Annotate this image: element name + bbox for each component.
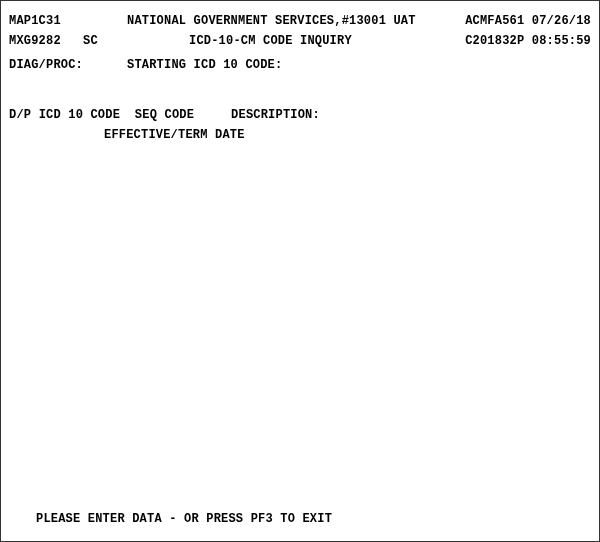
starting-code-label[interactable]: STARTING ICD 10 CODE:: [127, 55, 282, 75]
column-headers-2: EFFECTIVE/TERM DATE: [9, 125, 591, 145]
header-row-2: MXG9282 SC ICD-10-CM CODE INQUIRY C20183…: [9, 31, 591, 51]
organization-text: NATIONAL GOVERNMENT SERVICES,#13001 UAT: [127, 11, 443, 31]
col-icd10: ICD 10 CODE: [39, 108, 120, 122]
screen-title: ICD-10-CM CODE INQUIRY: [189, 31, 413, 51]
header-time: 08:55:59: [532, 34, 591, 48]
transaction-id: MXG9282: [9, 34, 61, 48]
col-seq: SEQ: [135, 108, 157, 122]
footer-message: PLEASE ENTER DATA - OR PRESS PF3 TO EXIT: [36, 509, 332, 529]
column-header-text: D/P ICD 10 CODE SEQ CODE DESCRIPTION:: [9, 105, 320, 125]
program-id: ACMFA561: [465, 14, 524, 28]
sys-time: C201832P 08:55:59: [413, 31, 591, 51]
region-code: SC: [83, 34, 98, 48]
header-date: 07/26/18: [532, 14, 591, 28]
col-code: CODE: [164, 108, 194, 122]
col-dp: D/P: [9, 108, 31, 122]
column-headers: D/P ICD 10 CODE SEQ CODE DESCRIPTION:: [9, 105, 591, 125]
col-description: DESCRIPTION:: [231, 108, 320, 122]
col-effective-term: EFFECTIVE/TERM DATE: [104, 125, 245, 145]
indent: [9, 125, 104, 145]
prompt-row: DIAG/PROC: STARTING ICD 10 CODE:: [9, 55, 591, 75]
txn-region: MXG9282 SC: [9, 31, 189, 51]
diag-proc-label: DIAG/PROC:: [9, 55, 127, 75]
system-id: C201832P: [465, 34, 524, 48]
screen-id: MAP1C31: [9, 11, 127, 31]
header-row-1: MAP1C31 NATIONAL GOVERNMENT SERVICES,#13…: [9, 11, 591, 31]
program-date: ACMFA561 07/26/18: [443, 11, 591, 31]
